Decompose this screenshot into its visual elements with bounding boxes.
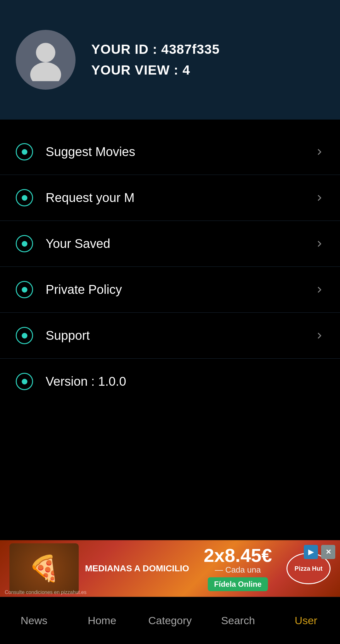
svg-point-1 — [30, 62, 61, 81]
profile-info: YOUR ID : 4387f335 YOUR VIEW : 4 — [91, 42, 220, 78]
ad-banner[interactable]: ▶ ✕ MEDIANAS A DOMICILIO 2x8.45€ — Cada … — [0, 540, 340, 597]
nav-label-search: Search — [221, 614, 255, 627]
nav-item-search[interactable]: Search — [204, 597, 272, 644]
chevron-right-icon — [315, 239, 324, 249]
circle-target-icon — [16, 327, 33, 344]
ad-fidelia-button[interactable]: Fídela Online — [208, 577, 268, 591]
ad-center-section: 2x8.45€ — Cada una Fídela Online — [189, 546, 286, 591]
sidebar-item-your-saved[interactable]: Your Saved — [0, 221, 340, 267]
nav-label-user: User — [295, 614, 317, 627]
chevron-right-icon — [315, 331, 324, 340]
ad-left-section: MEDIANAS A DOMICILIO — [9, 543, 189, 594]
menu-section: Suggest Movies Request your M Your Saved — [0, 120, 340, 477]
menu-item-label: Request your M — [46, 191, 302, 205]
menu-item-label: Private Policy — [46, 283, 302, 297]
circle-target-icon — [16, 235, 33, 252]
nav-label-home: Home — [88, 614, 116, 627]
sidebar-item-private-policy[interactable]: Private Policy — [0, 267, 340, 313]
sidebar-item-support[interactable]: Support — [0, 313, 340, 359]
profile-view: YOUR VIEW : 4 — [91, 63, 220, 78]
circle-target-icon — [16, 281, 33, 298]
sidebar-item-request-movie[interactable]: Request your M — [0, 175, 340, 221]
circle-target-icon — [16, 373, 33, 390]
nav-label-category: Category — [148, 614, 192, 627]
ad-sub-text: — Cada una — [215, 565, 261, 575]
chevron-right-icon — [315, 193, 324, 203]
menu-item-label: Suggest Movies — [46, 145, 302, 159]
ad-text-medianas: MEDIANAS A DOMICILIO — [85, 563, 189, 574]
nav-item-category[interactable]: Category — [136, 597, 204, 644]
sidebar-item-suggest-movies[interactable]: Suggest Movies — [0, 129, 340, 175]
chevron-right-icon — [315, 285, 324, 294]
menu-item-label: Version : 1.0.0 — [46, 374, 324, 389]
ad-price: 2x8.45€ — [204, 546, 272, 565]
nav-item-user[interactable]: User — [272, 597, 340, 644]
ad-controls: ▶ ✕ — [304, 545, 335, 559]
ad-pizza-image — [9, 543, 79, 594]
bottom-navigation: News Home Category Search User — [0, 597, 340, 644]
nav-item-home[interactable]: Home — [68, 597, 136, 644]
ad-fine-print: Consulte condiciones en pizzahut.es — [5, 590, 87, 595]
menu-item-label: Support — [46, 328, 302, 343]
ad-close-button[interactable]: ✕ — [321, 545, 335, 559]
avatar — [16, 30, 76, 90]
ad-play-button[interactable]: ▶ — [304, 545, 318, 559]
content-spacer — [0, 477, 340, 540]
circle-target-icon — [16, 143, 33, 160]
chevron-right-icon — [315, 147, 324, 157]
menu-item-label: Your Saved — [46, 237, 302, 251]
circle-target-icon — [16, 189, 33, 206]
avatar-icon — [24, 37, 68, 82]
profile-id: YOUR ID : 4387f335 — [91, 42, 220, 57]
nav-item-news[interactable]: News — [0, 597, 68, 644]
profile-section: YOUR ID : 4387f335 YOUR VIEW : 4 — [0, 0, 340, 120]
svg-point-0 — [36, 43, 55, 62]
sidebar-item-version: Version : 1.0.0 — [0, 359, 340, 404]
nav-label-news: News — [20, 614, 47, 627]
